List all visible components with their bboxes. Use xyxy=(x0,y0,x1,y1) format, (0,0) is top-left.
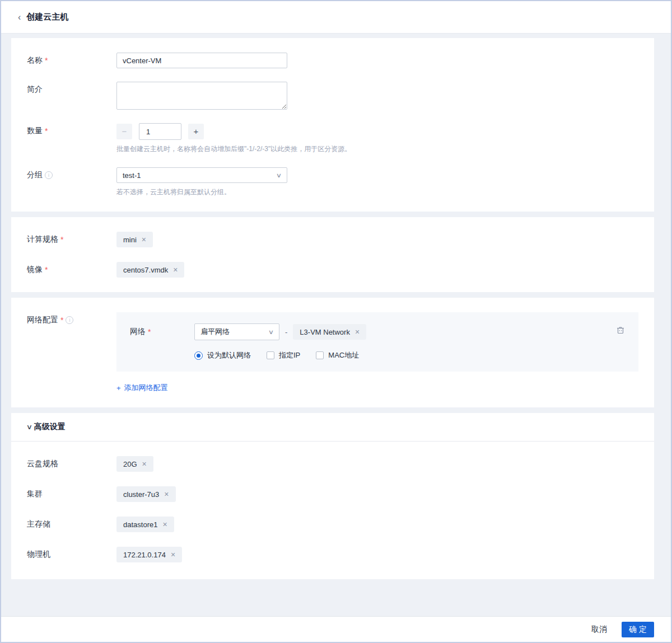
info-icon: i xyxy=(66,316,73,324)
quantity-input[interactable] xyxy=(139,123,181,140)
radio-selected-icon xyxy=(194,351,203,360)
group-row: 分组 i test-1 ∨ 若不选择，云主机将归属至默认分组。 xyxy=(27,167,638,197)
network-type-select[interactable]: 扁平网络 ∨ xyxy=(194,323,279,340)
checkbox-unchecked-icon xyxy=(267,351,274,359)
group-select[interactable]: test-1 ∨ xyxy=(116,167,287,183)
network-config-label: 网络配置 * i xyxy=(27,312,116,325)
compute-spec-tag-label: mini xyxy=(123,236,137,244)
cluster-tag-label: cluster-7u3 xyxy=(123,490,159,499)
required-asterisk: * xyxy=(45,126,48,135)
info-icon: i xyxy=(45,171,53,179)
close-icon[interactable]: × xyxy=(164,490,169,498)
disk-spec-label: 云盘规格 xyxy=(27,456,116,469)
add-network-config-label: 添加网络配置 xyxy=(124,383,168,393)
page-footer: 取消 确 定 xyxy=(1,616,671,642)
compute-spec-label: 计算规格 * xyxy=(27,232,116,245)
quantity-stepper: − + xyxy=(116,123,351,140)
network-type-value: 扁平网络 xyxy=(200,327,230,337)
cluster-row: 集群 cluster-7u3 × xyxy=(27,486,638,502)
network-tag: L3-VM Network × xyxy=(293,324,366,340)
network-label: 网络 * xyxy=(130,327,194,337)
basic-info-card: 名称 * 简介 数量 * − + 批量创建云主机时，名称将会自动增加后缀"-1/… xyxy=(11,38,654,212)
description-label: 简介 xyxy=(27,82,116,95)
required-asterisk: * xyxy=(60,316,63,325)
quantity-label: 数量 * xyxy=(27,123,116,136)
trash-icon xyxy=(616,326,625,335)
group-label: 分组 i xyxy=(27,167,116,180)
disk-spec-tag-label: 20G xyxy=(123,460,137,468)
compute-spec-row: 计算规格 * mini × xyxy=(27,232,638,247)
chevron-down-icon: ∨ xyxy=(276,172,282,179)
quantity-help-text: 批量创建云主机时，名称将会自动增加后缀"-1/-2/-3"以此类推，用于区分资源… xyxy=(116,144,351,154)
close-icon[interactable]: × xyxy=(173,266,178,274)
page-header: ‹ 创建云主机 xyxy=(1,1,671,34)
group-select-value: test-1 xyxy=(123,171,141,180)
quantity-row: 数量 * − + 批量创建云主机时，名称将会自动增加后缀"-1/-2/-3"以此… xyxy=(27,123,638,154)
advanced-settings-card: ∨ 高级设置 云盘规格 20G × 集群 cluster-7u3 × 主存储 xyxy=(11,413,654,579)
advanced-settings-toggle[interactable]: ∨ 高级设置 xyxy=(11,413,654,442)
close-icon[interactable]: × xyxy=(162,520,167,528)
primary-storage-tag-label: datastore1 xyxy=(123,520,157,529)
advanced-settings-title: 高级设置 xyxy=(34,422,66,432)
compute-spec-tag: mini × xyxy=(116,232,153,247)
chevron-down-icon: ∨ xyxy=(26,423,32,431)
description-textarea[interactable] xyxy=(116,82,287,110)
close-icon[interactable]: × xyxy=(142,460,147,468)
cluster-tag: cluster-7u3 × xyxy=(116,486,176,502)
image-row: 镜像 * centos7.vmdk × xyxy=(27,262,638,278)
name-input[interactable] xyxy=(116,53,287,68)
network-tag-label: L3-VM Network xyxy=(300,328,350,336)
primary-storage-tag: datastore1 × xyxy=(116,517,174,532)
back-icon[interactable]: ‹ xyxy=(18,13,21,22)
add-network-config-button[interactable]: + 添加网络配置 xyxy=(116,383,168,393)
primary-storage-label: 主存储 xyxy=(27,517,116,529)
default-network-radio-label: 设为默认网络 xyxy=(207,350,251,360)
disk-spec-row: 云盘规格 20G × xyxy=(27,456,638,472)
group-help-text: 若不选择，云主机将归属至默认分组。 xyxy=(116,187,287,197)
quantity-control: − + 批量创建云主机时，名称将会自动增加后缀"-1/-2/-3"以此类推，用于… xyxy=(116,123,351,154)
image-tag: centos7.vmdk × xyxy=(116,262,184,278)
physical-host-row: 物理机 172.21.0.174 × xyxy=(27,547,638,562)
cancel-button[interactable]: 取消 xyxy=(591,625,607,635)
image-label: 镜像 * xyxy=(27,262,116,275)
quantity-minus-button[interactable]: − xyxy=(116,124,132,139)
group-control: test-1 ∨ 若不选择，云主机将归属至默认分组。 xyxy=(116,167,287,197)
network-config-row: 网络配置 * i 网络 * 扁平网络 ∨ - L3-VM Network × xyxy=(27,312,638,372)
image-tag-label: centos7.vmdk xyxy=(123,266,168,274)
default-network-radio[interactable]: 设为默认网络 xyxy=(194,350,251,360)
chevron-down-icon: ∨ xyxy=(268,328,274,336)
page-title: 创建云主机 xyxy=(26,12,68,22)
close-icon[interactable]: × xyxy=(355,328,360,336)
primary-storage-row: 主存储 datastore1 × xyxy=(27,517,638,532)
name-label: 名称 * xyxy=(27,53,116,65)
disk-spec-tag: 20G × xyxy=(116,456,153,472)
required-asterisk: * xyxy=(45,265,48,274)
network-options-row: 设为默认网络 指定IP MAC地址 xyxy=(194,350,625,360)
close-icon[interactable]: × xyxy=(142,236,146,243)
specify-ip-checkbox[interactable]: 指定IP xyxy=(267,350,300,360)
plus-icon: + xyxy=(116,384,121,392)
content-spacer xyxy=(1,585,671,616)
confirm-button[interactable]: 确 定 xyxy=(622,622,654,637)
checkbox-unchecked-icon xyxy=(316,351,324,359)
advanced-settings-body: 云盘规格 20G × 集群 cluster-7u3 × 主存储 datastor… xyxy=(11,442,654,579)
network-separator: - xyxy=(285,328,287,336)
required-asterisk: * xyxy=(45,56,48,65)
delete-network-button[interactable] xyxy=(616,326,625,335)
spec-image-card: 计算规格 * mini × 镜像 * centos7.vmdk × xyxy=(11,217,654,292)
description-row: 简介 xyxy=(27,82,638,110)
required-asterisk: * xyxy=(60,235,63,244)
required-asterisk: * xyxy=(148,327,151,336)
network-panel: 网络 * 扁平网络 ∨ - L3-VM Network × xyxy=(116,312,638,372)
cluster-label: 集群 xyxy=(27,486,116,499)
specify-ip-label: 指定IP xyxy=(279,350,300,360)
mac-address-label: MAC地址 xyxy=(328,350,359,360)
physical-host-tag: 172.21.0.174 × xyxy=(116,547,182,562)
network-config-card: 网络配置 * i 网络 * 扁平网络 ∨ - L3-VM Network × xyxy=(11,298,654,407)
close-icon[interactable]: × xyxy=(171,551,175,558)
quantity-plus-button[interactable]: + xyxy=(188,124,204,139)
name-row: 名称 * xyxy=(27,53,638,68)
physical-host-tag-label: 172.21.0.174 xyxy=(123,551,166,559)
mac-address-checkbox[interactable]: MAC地址 xyxy=(316,350,359,360)
physical-host-label: 物理机 xyxy=(27,547,116,560)
